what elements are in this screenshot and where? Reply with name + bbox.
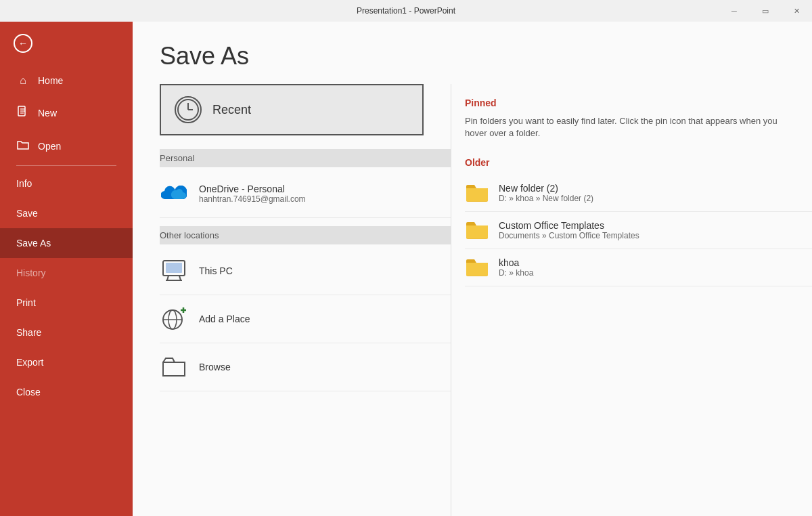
this-pc-item[interactable]: This PC — [160, 247, 451, 295]
folder-icon-2 — [465, 257, 489, 278]
new-icon — [16, 106, 30, 121]
sidebar-divider — [16, 165, 116, 166]
browse-item[interactable]: Browse — [160, 343, 451, 391]
close-button[interactable]: ✕ — [781, 0, 812, 22]
recent-button[interactable]: Recent — [160, 84, 424, 135]
svg-rect-8 — [166, 263, 182, 273]
folder-icon-0 — [465, 183, 489, 203]
folder-name-0: New folder (2) — [499, 183, 593, 194]
sidebar-item-print[interactable]: Print — [0, 288, 133, 318]
sidebar-item-share[interactable]: Share — [0, 318, 133, 347]
svg-rect-19 — [466, 263, 488, 276]
onedrive-name: OneDrive - Personal — [199, 184, 306, 194]
add-place-info: Add a Place — [199, 314, 250, 324]
folder-path-0: D: » khoa » New folder (2) — [499, 194, 593, 203]
sidebar-item-history[interactable]: History — [0, 258, 133, 288]
sidebar-item-open[interactable]: Open — [0, 130, 133, 163]
open-icon — [16, 139, 30, 153]
folder-name-1: Custom Office Templates — [499, 220, 639, 231]
clock-icon — [175, 96, 202, 123]
personal-section-header: Personal — [160, 149, 451, 167]
folder-item-2[interactable]: khoa D: » khoa — [465, 249, 812, 286]
this-pc-info: This PC — [199, 265, 233, 276]
pinned-hint: Pin folders you want to easily find late… — [465, 115, 812, 150]
sidebar: ← ⌂ Home New — [0, 22, 133, 516]
add-place-item[interactable]: Add a Place — [160, 295, 451, 343]
browse-label: Browse — [199, 362, 231, 372]
folder-info-0: New folder (2) D: » khoa » New folder (2… — [499, 183, 593, 203]
folders-panel: Pinned Pin folders you want to easily fi… — [451, 84, 812, 516]
sidebar-item-new[interactable]: New — [0, 96, 133, 130]
back-button[interactable]: ← — [0, 22, 133, 65]
title-bar: Presentation1 - PowerPoint ─ ▭ ✕ — [0, 0, 812, 22]
home-icon: ⌂ — [16, 74, 30, 87]
window-controls[interactable]: ─ ▭ ✕ — [719, 0, 812, 22]
pinned-title: Pinned — [465, 91, 812, 112]
add-place-label: Add a Place — [199, 314, 250, 324]
page-title: Save As — [133, 22, 812, 84]
sidebar-item-close[interactable]: Close — [0, 377, 133, 407]
folder-item-0[interactable]: New folder (2) D: » khoa » New folder (2… — [465, 175, 812, 212]
this-pc-label: This PC — [199, 265, 233, 276]
folder-path-1: Documents » Custom Office Templates — [499, 231, 639, 240]
older-title: Older — [465, 150, 812, 172]
folder-path-2: D: » khoa — [499, 268, 533, 278]
sidebar-nav: ⌂ Home New — [0, 65, 133, 516]
folder-info-2: khoa D: » khoa — [499, 257, 533, 278]
sidebar-item-home[interactable]: ⌂ Home — [0, 65, 133, 96]
minimize-button[interactable]: ─ — [719, 0, 750, 22]
svg-rect-18 — [466, 225, 488, 238]
browse-info: Browse — [199, 362, 231, 372]
onedrive-email: hanhtran.746915@gmail.com — [199, 194, 306, 204]
sidebar-item-save-as[interactable]: Save As — [0, 228, 133, 258]
restore-button[interactable]: ▭ — [750, 0, 781, 22]
onedrive-info: OneDrive - Personal hanhtran.746915@gmai… — [199, 184, 306, 204]
main-content: Save As Recent Perso — [133, 22, 812, 516]
content-area: Recent Personal OneDrive - — [133, 84, 812, 516]
folder-name-2: khoa — [499, 257, 533, 268]
svg-line-10 — [179, 276, 181, 280]
folder-icon-1 — [465, 220, 489, 240]
svg-line-9 — [167, 276, 168, 280]
folder-info-1: Custom Office Templates Documents » Cust… — [499, 220, 639, 240]
window-title: Presentation1 - PowerPoint — [357, 6, 455, 16]
this-pc-icon — [160, 257, 188, 285]
sidebar-item-save[interactable]: Save — [0, 198, 133, 228]
sidebar-item-export[interactable]: Export — [0, 347, 133, 377]
folder-item-1[interactable]: Custom Office Templates Documents » Cust… — [465, 212, 812, 249]
add-place-icon — [160, 305, 188, 333]
sidebar-item-info[interactable]: Info — [0, 169, 133, 198]
locations-panel: Recent Personal OneDrive - — [133, 84, 451, 516]
recent-label: Recent — [212, 103, 251, 117]
other-section-header: Other locations — [160, 226, 451, 244]
app-body: ← ⌂ Home New — [0, 22, 812, 516]
onedrive-item[interactable]: OneDrive - Personal hanhtran.746915@gmai… — [160, 170, 451, 218]
svg-rect-17 — [466, 188, 488, 201]
browse-icon — [160, 353, 188, 381]
back-icon: ← — [14, 34, 32, 53]
onedrive-icon — [160, 179, 188, 208]
